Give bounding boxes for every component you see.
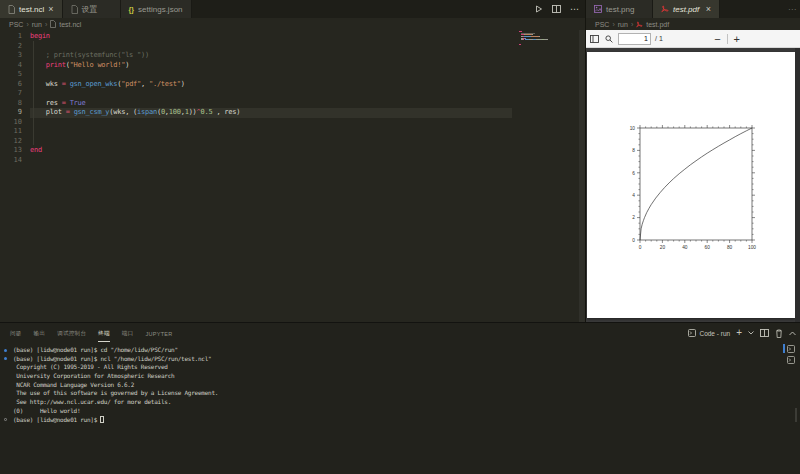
- terminal-launcher[interactable]: Code - run: [688, 329, 730, 337]
- file-icon: [50, 20, 56, 28]
- panel-tab-端口[interactable]: 端口: [122, 325, 134, 341]
- tab-test-pdf[interactable]: test.pdf ×: [653, 0, 720, 18]
- code-line[interactable]: 5: [0, 70, 585, 80]
- editor-actions: ⋯: [535, 0, 579, 18]
- vscode-window: test.ncl × 设置 {} settings.json ⋯ PSC› ru…: [0, 0, 800, 474]
- tab-label: test.pdf: [673, 5, 699, 14]
- code-line[interactable]: 2: [0, 42, 585, 52]
- close-icon[interactable]: ×: [48, 4, 53, 14]
- pdf-scrollbar[interactable]: [795, 48, 800, 322]
- run-icon[interactable]: [535, 5, 543, 13]
- page-number-input[interactable]: [618, 33, 651, 45]
- command-success-icon: [4, 357, 7, 360]
- terminal-icon: [787, 345, 795, 353]
- code-line[interactable]: 9 plot = gsn_csm_y(wks, (ispan(0,100,1))…: [0, 108, 585, 118]
- file-icon: [8, 5, 15, 14]
- tab-settings[interactable]: 设置: [63, 0, 121, 18]
- tabbar-right: test.png test.pdf × ⋯: [586, 0, 800, 18]
- minimap[interactable]: [516, 30, 578, 322]
- chevron-right-icon: ›: [26, 21, 28, 28]
- svg-text:6: 6: [632, 171, 635, 176]
- chevron-right-icon: ›: [631, 21, 633, 28]
- active-terminal-indicator: [783, 344, 785, 353]
- terminal-line: (base) [lidw@node01 run]$: [0, 416, 782, 425]
- svg-text:40: 40: [682, 245, 688, 250]
- command-success-icon: [4, 349, 7, 352]
- svg-text:80: 80: [727, 245, 733, 250]
- pdf-toolbar: / 1 − +: [586, 30, 800, 48]
- tab-test-png[interactable]: test.png: [586, 0, 653, 18]
- svg-text:100: 100: [748, 245, 756, 250]
- close-icon[interactable]: ×: [706, 4, 711, 14]
- pdf-icon: [661, 5, 669, 13]
- svg-text:0: 0: [632, 238, 635, 243]
- svg-text:2: 2: [632, 215, 635, 220]
- panel-tab-JUPYTER[interactable]: JUPYTER: [145, 326, 172, 341]
- svg-text:10: 10: [630, 126, 636, 131]
- more-actions-icon[interactable]: ⋯: [570, 7, 579, 11]
- panel-tab-调试控制台[interactable]: 调试控制台: [57, 325, 86, 341]
- breadcrumb-item[interactable]: run: [32, 21, 42, 28]
- editor-group-left: test.ncl × 设置 {} settings.json ⋯ PSC› ru…: [0, 0, 585, 322]
- svg-text:60: 60: [705, 245, 711, 250]
- file-icon: [71, 5, 78, 14]
- pdf-viewer[interactable]: 0204060801000246810: [586, 48, 800, 322]
- indent-guide: [33, 41, 34, 145]
- breadcrumb: PSC› run› test.ncl: [0, 18, 585, 30]
- terminal-line: Copyright (C) 1995-2019 - All Rights Res…: [0, 363, 782, 372]
- split-terminal-icon[interactable]: [760, 329, 769, 337]
- code-editor[interactable]: 1begin23 ; print(systemfunc("ls "))4 pri…: [0, 30, 585, 322]
- terminal-list-item[interactable]: [783, 354, 800, 365]
- svg-text:20: 20: [660, 245, 666, 250]
- pdf-page: 0204060801000246810: [587, 52, 795, 318]
- code-line[interactable]: 12: [0, 137, 585, 147]
- breadcrumb-item[interactable]: test.pdf: [646, 21, 669, 28]
- terminal-launcher-label: Code - run: [699, 330, 730, 337]
- code-line[interactable]: 13end: [0, 146, 585, 156]
- code-line[interactable]: 1begin: [0, 32, 585, 42]
- sidebar-toggle-icon[interactable]: [590, 35, 599, 43]
- chevron-right-icon: ›: [612, 21, 614, 28]
- zoom-in-icon[interactable]: +: [734, 34, 740, 44]
- terminal[interactable]: (base) [lidw@node01 run]$ cd "/home/lidw…: [0, 346, 782, 474]
- tab-label: test.ncl: [19, 5, 44, 14]
- new-terminal-icon[interactable]: +: [736, 330, 742, 336]
- panel-tab-终端[interactable]: 终端: [98, 325, 110, 342]
- svg-text:8: 8: [632, 148, 635, 153]
- tab-label: 设置: [82, 4, 98, 15]
- breadcrumb-item[interactable]: PSC: [9, 21, 23, 28]
- terminal-line: The use of this software is governed by …: [0, 389, 782, 398]
- chevron-down-icon[interactable]: [748, 331, 754, 335]
- code-line[interactable]: 7: [0, 89, 585, 99]
- code-line[interactable]: 11: [0, 127, 585, 137]
- terminal-scrollbar[interactable]: [795, 408, 797, 422]
- breadcrumb-item[interactable]: PSC: [595, 21, 609, 28]
- code-line[interactable]: 6 wks = gsn_open_wks("pdf", "./test"): [0, 80, 585, 90]
- tab-test-ncl[interactable]: test.ncl ×: [0, 0, 63, 18]
- code-line[interactable]: 8 res = True: [0, 99, 585, 109]
- tabbar-left: test.ncl × 设置 {} settings.json ⋯: [0, 0, 585, 18]
- pdf-plot: 0204060801000246810: [587, 52, 795, 318]
- panel-tabs: 问题输出调试控制台终端端口JUPYTER: [10, 323, 173, 343]
- image-icon: [594, 5, 602, 13]
- terminal-icon: [688, 329, 696, 337]
- search-icon[interactable]: [605, 35, 613, 43]
- terminal-line: University Corporation for Atmospheric R…: [0, 372, 782, 381]
- terminal-list-item[interactable]: [783, 343, 800, 354]
- tab-overflow-icon[interactable]: ⋯: [788, 5, 797, 14]
- code-line[interactable]: 14: [0, 156, 585, 166]
- zoom-out-icon[interactable]: −: [714, 34, 720, 44]
- code-line[interactable]: 3 ; print(systemfunc("ls ")): [0, 51, 585, 61]
- tab-settings-json[interactable]: {} settings.json: [121, 0, 192, 18]
- code-line[interactable]: 10: [0, 118, 585, 128]
- svg-text:0: 0: [639, 245, 642, 250]
- trash-icon[interactable]: [775, 329, 783, 338]
- split-editor-icon[interactable]: [552, 5, 561, 13]
- breadcrumb-item[interactable]: test.ncl: [59, 21, 81, 28]
- chevron-up-icon[interactable]: [789, 331, 796, 336]
- breadcrumb-item[interactable]: run: [618, 21, 628, 28]
- code-line[interactable]: 4 print("Hello world!"): [0, 61, 585, 71]
- tab-label: test.png: [606, 5, 634, 14]
- panel-tab-输出[interactable]: 输出: [34, 325, 46, 341]
- panel-tab-问题[interactable]: 问题: [10, 325, 22, 341]
